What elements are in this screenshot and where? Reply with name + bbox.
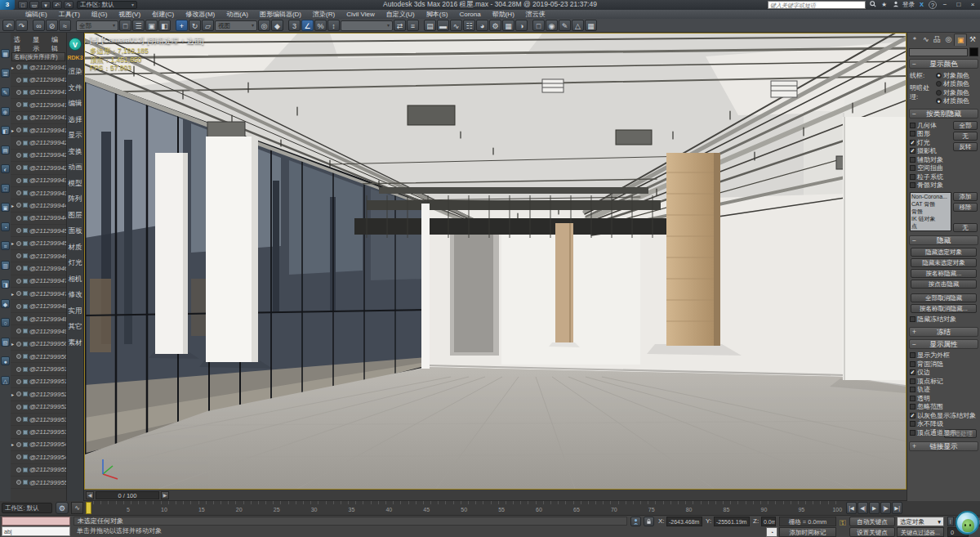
frame-tick-label[interactable]: 95 bbox=[768, 501, 805, 516]
bulb-icon[interactable] bbox=[16, 65, 21, 69]
explorer-object-row[interactable]: @211299954 bbox=[11, 451, 66, 463]
category-none-button[interactable]: 无 bbox=[953, 223, 978, 232]
hide-selected-button[interactable]: 隐藏选定对象 bbox=[911, 248, 977, 257]
plugin-menu-item[interactable]: 实用 bbox=[69, 307, 82, 316]
explorer-menu-select[interactable]: 选择 bbox=[14, 35, 25, 43]
object-name-field[interactable] bbox=[909, 48, 968, 56]
snap-toggle-button[interactable]: 3 bbox=[288, 20, 301, 31]
expand-arrow-icon[interactable]: ▸ bbox=[11, 203, 16, 208]
frame-tick-label[interactable]: 40 bbox=[355, 501, 393, 516]
playback-button[interactable]: |◀ bbox=[947, 517, 954, 526]
frame-tick-label[interactable]: 15 bbox=[168, 501, 206, 516]
transport-button[interactable]: |◀ bbox=[846, 502, 857, 514]
plugin-menu-item[interactable]: 修改 bbox=[69, 290, 82, 300]
bulb-icon[interactable] bbox=[16, 266, 21, 271]
explorer-object-row[interactable]: ▸ @211299941 bbox=[11, 61, 66, 74]
selection-lock-icon[interactable] bbox=[644, 517, 654, 526]
explorer-object-row[interactable]: ▸ @211299952 bbox=[11, 388, 66, 401]
explorer-object-row[interactable]: @211299945 bbox=[11, 225, 66, 237]
window-crossing-button[interactable]: ◧ bbox=[158, 20, 171, 31]
tab-utilities[interactable]: ⚒ bbox=[967, 34, 978, 46]
display-property-checkbox[interactable]: 永不降级 bbox=[910, 420, 978, 429]
use-center-button[interactable]: ◎ bbox=[258, 20, 270, 31]
explorer-tool-icon[interactable]: ✎ bbox=[1, 87, 10, 96]
bulb-icon[interactable] bbox=[16, 178, 21, 183]
explorer-tool-icon[interactable]: ▧ bbox=[1, 338, 10, 347]
category-checkbox[interactable]: 图形 bbox=[910, 130, 951, 139]
frame-tick-label[interactable]: 25 bbox=[243, 501, 281, 516]
bulb-icon[interactable] bbox=[16, 405, 21, 409]
expand-arrow-icon[interactable]: ▸ bbox=[11, 291, 16, 297]
explorer-object-row[interactable]: @211299948 bbox=[11, 313, 66, 325]
schematic-view-button[interactable]: ☷ bbox=[463, 20, 475, 31]
quick-access-button[interactable]: ↷ bbox=[64, 1, 74, 9]
transport-button[interactable]: ◀| bbox=[858, 502, 868, 514]
explorer-object-row[interactable]: @211299941 bbox=[11, 99, 66, 111]
category-checkbox[interactable]: 粒子系统 bbox=[910, 172, 951, 181]
plugin-menu-item[interactable]: 材质 bbox=[69, 243, 82, 253]
menu-item[interactable]: 动画(A) bbox=[220, 10, 254, 19]
explorer-tool-icon[interactable]: ◆ bbox=[1, 299, 10, 308]
display-property-checkbox[interactable]: 忽略范围 bbox=[910, 403, 978, 412]
bulb-icon[interactable] bbox=[16, 342, 21, 347]
bulb-icon[interactable] bbox=[16, 228, 21, 233]
scale-button[interactable]: ▱ bbox=[202, 20, 214, 31]
set-key-button[interactable]: 设置关键点 bbox=[849, 527, 895, 537]
corona-toolbar-button-1[interactable]: □ bbox=[532, 20, 545, 31]
menu-item[interactable]: Corona bbox=[453, 11, 486, 18]
frame-tick-label[interactable]: 20 bbox=[206, 501, 243, 516]
assistant-avatar[interactable] bbox=[956, 511, 979, 535]
selection-set-dropdown[interactable]: 选定对象▾ bbox=[897, 517, 944, 526]
explorer-object-row[interactable]: ▸ @211299945 bbox=[11, 237, 66, 249]
render-setup-button[interactable]: ⚙ bbox=[489, 20, 501, 31]
plugin-menu-item[interactable]: 面板 bbox=[69, 226, 82, 236]
viewport[interactable]: [+] [Camera012] [明暗处理 + 边面] 多边形：7,192,18… bbox=[84, 33, 906, 490]
close-button[interactable]: × bbox=[967, 1, 978, 9]
bulb-icon[interactable] bbox=[16, 480, 21, 485]
bind-spacewarp-button[interactable]: ≈ bbox=[59, 20, 71, 31]
tab-modify[interactable]: ∿ bbox=[920, 34, 932, 46]
explorer-object-row[interactable]: @211299947 bbox=[11, 275, 66, 288]
frame-tick-label[interactable]: 60 bbox=[506, 501, 543, 516]
hide-by-hit-button[interactable]: 按点击隐藏 bbox=[911, 280, 977, 289]
menu-item[interactable]: 工具(T) bbox=[53, 10, 86, 19]
explorer-object-row[interactable]: @211299955 bbox=[11, 477, 66, 489]
transport-button[interactable]: ▶ bbox=[869, 502, 880, 514]
quick-access-button[interactable]: ▭ bbox=[29, 1, 39, 9]
hide-by-name-button[interactable]: 按名称隐藏... bbox=[911, 269, 977, 278]
curve-editor-button[interactable]: ∿ bbox=[450, 20, 462, 31]
explorer-object-row[interactable]: @211299946 bbox=[11, 250, 66, 262]
frame-tick-label[interactable]: 30 bbox=[281, 501, 318, 516]
rollout-link-display[interactable]: +链接显示 bbox=[909, 441, 978, 451]
tab-display[interactable]: ▣ bbox=[954, 34, 967, 46]
plugin-menu-item[interactable]: 模型 bbox=[69, 179, 82, 189]
radio-shaded-object-color[interactable]: 对象颜色 bbox=[936, 88, 969, 97]
corona-toolbar-button-3[interactable]: ✎ bbox=[559, 20, 571, 31]
maxscript-listener[interactable]: ab| bbox=[2, 526, 70, 536]
bulb-icon[interactable] bbox=[16, 454, 21, 459]
minimize-button[interactable]: − bbox=[939, 1, 951, 9]
star-icon[interactable]: ★ bbox=[880, 1, 889, 9]
bulb-icon[interactable] bbox=[16, 367, 21, 372]
category-list-item[interactable]: CAT 骨骼 bbox=[911, 200, 951, 208]
menu-item[interactable]: 组(G) bbox=[86, 10, 114, 19]
tab-hierarchy[interactable]: 品 bbox=[932, 34, 943, 46]
explorer-object-row[interactable]: @211299948 bbox=[11, 300, 66, 312]
rollout-freeze[interactable]: +冻结 bbox=[909, 327, 978, 337]
explorer-object-row[interactable]: @211299942 bbox=[11, 136, 66, 149]
explorer-object-row[interactable]: @211299949 bbox=[11, 325, 66, 338]
radio-shaded-material-color[interactable]: ●材质颜色 bbox=[936, 96, 969, 105]
display-property-checkbox[interactable]: ✓以灰色显示冻结对象 bbox=[910, 411, 978, 420]
explorer-tool-icon[interactable]: ○ bbox=[1, 318, 10, 327]
teapot-icon[interactable]: ◔ bbox=[766, 527, 777, 537]
select-by-name-button[interactable]: ☰ bbox=[132, 20, 145, 31]
menu-item[interactable]: 帮助(H) bbox=[487, 10, 520, 19]
explorer-tool-icon[interactable]: ◧ bbox=[1, 126, 10, 135]
display-property-checkbox[interactable]: 透明 bbox=[910, 394, 978, 403]
mini-curve-editor-button[interactable]: ∿ bbox=[71, 502, 83, 514]
category-list-item[interactable]: IK 链对象 bbox=[911, 215, 951, 222]
explorer-menu-edit[interactable]: 编辑 bbox=[51, 35, 63, 43]
bulb-icon[interactable] bbox=[16, 216, 21, 221]
explorer-object-row[interactable]: ▸ @211299941 bbox=[11, 124, 66, 136]
plugin-menu-item[interactable]: 阵列 bbox=[69, 195, 82, 204]
